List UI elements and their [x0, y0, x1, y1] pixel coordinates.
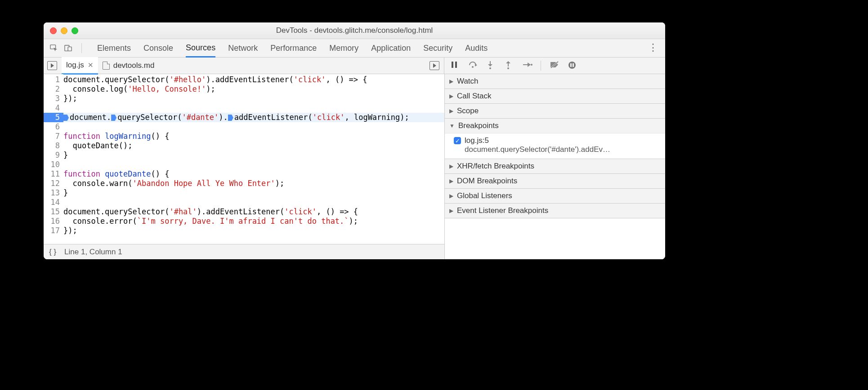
editor-statusbar: { } Line 1, Column 1: [44, 244, 444, 259]
panel-tab-performance[interactable]: Performance: [270, 39, 317, 57]
code-line: console.error(`I'm sorry, Dave. I'm afra…: [63, 217, 444, 226]
step-over-icon[interactable]: [469, 61, 478, 70]
line-number[interactable]: 4: [47, 103, 60, 113]
disclosure-triangle-icon: ▶: [449, 93, 453, 99]
run-snippet-icon[interactable]: [430, 61, 439, 70]
sidebar-section-header[interactable]: ▼Breakpoints: [445, 119, 665, 133]
line-number[interactable]: 7: [47, 132, 60, 141]
panel-tab-application[interactable]: Application: [371, 39, 411, 57]
more-options-icon[interactable]: ⋮: [648, 42, 659, 53]
code-line: function quoteDante() {: [63, 169, 444, 179]
line-number[interactable]: 9: [47, 151, 60, 160]
disclosure-triangle-icon: ▶: [449, 208, 453, 214]
code-line: console.log('Hello, Console!');: [63, 84, 444, 94]
sidebar-section: ▶DOM Breakpoints: [445, 174, 665, 189]
breakpoints-list: ✓log.js:5document.querySelector('#dante'…: [445, 133, 665, 159]
svg-rect-16: [573, 63, 574, 67]
code-line: [63, 122, 444, 132]
disclosure-triangle-icon: ▶: [449, 178, 453, 184]
source-code[interactable]: document.querySelector('#hello').addEven…: [63, 74, 444, 244]
call-frame-marker-icon: [228, 115, 233, 121]
inspect-element-icon[interactable]: [50, 44, 58, 52]
debugger-sidebar: ▶Watch▶Call Stack▶Scope▼Breakpoints✓log.…: [445, 74, 665, 259]
open-file-tab-active[interactable]: log.js ✕: [62, 57, 98, 75]
sidebar-section: ▼Breakpoints✓log.js:5document.querySelec…: [445, 119, 665, 159]
breakpoint-location: log.js:5: [465, 136, 489, 145]
device-toolbar-icon[interactable]: [64, 44, 72, 52]
code-line: [63, 160, 444, 169]
devtools-window: DevTools - devtools.glitch.me/console/lo…: [44, 22, 665, 259]
step-out-icon[interactable]: [505, 61, 514, 70]
sidebar-section-header[interactable]: ▶DOM Breakpoints: [445, 174, 665, 188]
window-close-button[interactable]: [50, 27, 57, 34]
sidebar-section-title: Call Stack: [457, 92, 492, 101]
sources-toolbar: log.js ✕ devtools.md: [44, 58, 665, 74]
sidebar-section-header[interactable]: ▶Event Listener Breakpoints: [445, 204, 665, 218]
sidebar-section-title: Event Listener Breakpoints: [457, 206, 548, 215]
open-file-tab[interactable]: devtools.md: [98, 58, 159, 74]
deactivate-breakpoints-icon[interactable]: [550, 61, 559, 70]
line-number[interactable]: 1: [47, 75, 60, 84]
code-line: }: [63, 151, 444, 160]
sidebar-section-header[interactable]: ▶Call Stack: [445, 89, 665, 103]
code-line: document.querySelector('#hal').addEventL…: [63, 207, 444, 217]
svg-rect-2: [68, 47, 72, 51]
window-zoom-button[interactable]: [72, 27, 78, 34]
line-number[interactable]: 17: [47, 226, 60, 235]
pretty-print-icon[interactable]: { }: [49, 248, 56, 257]
line-number-gutter[interactable]: 1234567891011121314151617: [44, 74, 63, 244]
code-line: quoteDante();: [63, 141, 444, 151]
step-into-icon[interactable]: [487, 61, 496, 70]
svg-point-5: [472, 66, 474, 68]
sidebar-section-title: XHR/fetch Breakpoints: [457, 162, 534, 171]
navigator-toggle-icon[interactable]: [47, 61, 57, 70]
separator: [81, 43, 82, 53]
panel-tab-security[interactable]: Security: [423, 39, 452, 57]
sidebar-section-title: Global Listeners: [457, 191, 512, 200]
open-file-name: devtools.md: [113, 61, 155, 70]
pause-on-exceptions-icon[interactable]: [568, 61, 577, 70]
disclosure-triangle-icon: ▶: [449, 193, 453, 199]
window-minimize-button[interactable]: [61, 27, 67, 34]
sidebar-section: ▶Global Listeners: [445, 189, 665, 204]
line-number[interactable]: 13: [47, 188, 60, 198]
pause-icon[interactable]: [451, 61, 460, 70]
panel-tab-elements[interactable]: Elements: [97, 39, 131, 57]
sidebar-section: ▶Call Stack: [445, 89, 665, 104]
code-line: });: [63, 226, 444, 235]
line-number[interactable]: 14: [47, 198, 60, 207]
line-number[interactable]: 11: [47, 169, 60, 179]
sidebar-section-header[interactable]: ▶Watch: [445, 74, 665, 89]
panel-tab-console[interactable]: Console: [143, 39, 173, 57]
line-number[interactable]: 10: [47, 160, 60, 169]
line-number[interactable]: 15: [47, 207, 60, 217]
panel-tab-network[interactable]: Network: [228, 39, 258, 57]
breakpoint-checkbox[interactable]: ✓: [454, 137, 461, 144]
line-number[interactable]: 16: [47, 217, 60, 226]
panel-tab-memory[interactable]: Memory: [329, 39, 358, 57]
call-frame-marker-icon: [111, 115, 116, 121]
line-number[interactable]: 3: [47, 94, 60, 103]
sidebar-section-header[interactable]: ▶XHR/fetch Breakpoints: [445, 159, 665, 173]
sidebar-section-header[interactable]: ▶Global Listeners: [445, 189, 665, 203]
line-number[interactable]: 5: [44, 113, 63, 122]
close-tab-icon[interactable]: ✕: [88, 61, 94, 69]
disclosure-triangle-icon: ▶: [449, 108, 453, 114]
source-editor[interactable]: 1234567891011121314151617 document.query…: [44, 74, 445, 259]
line-number[interactable]: 8: [47, 141, 60, 151]
line-number[interactable]: 2: [47, 84, 60, 94]
disclosure-triangle-icon: ▼: [449, 123, 455, 129]
traffic-lights: [50, 27, 78, 34]
panel-tab-audits[interactable]: Audits: [465, 39, 488, 57]
line-number[interactable]: 12: [47, 179, 60, 188]
step-icon[interactable]: [523, 61, 532, 70]
code-line: function logWarning() {: [63, 132, 444, 141]
sidebar-section-title: Watch: [457, 77, 479, 86]
sidebar-section-header[interactable]: ▶Scope: [445, 104, 665, 118]
file-icon: [103, 62, 110, 70]
svg-point-14: [568, 62, 576, 69]
line-number[interactable]: 6: [47, 122, 60, 132]
panel-tab-sources[interactable]: Sources: [186, 39, 215, 58]
breakpoint-item[interactable]: ✓log.js:5: [454, 136, 661, 145]
sidebar-section: ▶Event Listener Breakpoints: [445, 204, 665, 218]
